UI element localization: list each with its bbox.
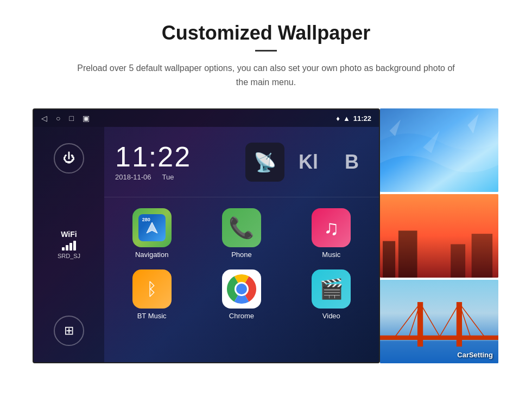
radio-icon: 📡	[245, 143, 284, 182]
video-icon: 🎬	[312, 269, 351, 309]
music-symbol: ♫	[324, 216, 339, 240]
wifi-bar-4	[73, 241, 76, 251]
svg-rect-9	[451, 245, 465, 278]
location-icon: ♦	[336, 114, 340, 123]
wifi-bars	[58, 241, 80, 251]
wifi-bar-2	[66, 245, 68, 251]
apps-icon: ⊞	[64, 324, 74, 338]
ki-icon: Kl	[299, 151, 318, 174]
b-icon: B	[345, 151, 359, 174]
wallpaper-blue-ice[interactable]	[380, 108, 498, 192]
back-icon[interactable]: ◁	[41, 114, 47, 123]
status-left: ◁ ○ □ ▣	[41, 114, 90, 123]
clock-date-value: 2018-11-06	[115, 173, 151, 181]
b-app-cell[interactable]: B	[330, 132, 373, 192]
video-label: Video	[322, 312, 340, 320]
screen-container: ◁ ○ □ ▣ ♦ ▲ 11:22 ⏻ WiFi	[33, 108, 499, 363]
clock-day-value: Tue	[162, 173, 174, 181]
music-app[interactable]: ♫ Music	[287, 203, 376, 264]
clock-section: 11:22 2018-11-06 Tue 📡 Kl	[104, 127, 379, 197]
phone-symbol: 📞	[229, 216, 254, 240]
main-content: 11:22 2018-11-06 Tue 📡 Kl	[104, 127, 379, 362]
nav-badge: 280	[141, 216, 152, 223]
chrome-svg	[227, 274, 256, 304]
bluetooth-symbol: ᛒ	[147, 279, 157, 299]
bt-music-icon: ᛒ	[132, 269, 172, 309]
page-title: Customized Wallpaper	[162, 22, 371, 44]
wallpaper-panel: CarSetting	[380, 108, 498, 363]
video-symbol: 🎬	[319, 278, 344, 300]
svg-rect-8	[398, 231, 417, 278]
nav-inner: 280	[138, 214, 166, 241]
ki-app-cell[interactable]: Kl	[287, 132, 330, 192]
sunset-svg	[380, 194, 498, 278]
apps-button[interactable]: ⊞	[54, 316, 84, 346]
left-sidebar: ⏻ WiFi SRD_SJ ⊞	[34, 127, 104, 362]
clock-widget: 11:22 2018-11-06 Tue	[104, 137, 238, 187]
navigation-label: Navigation	[135, 251, 168, 259]
wifi-ssid: SRD_SJ	[58, 253, 80, 259]
bt-music-label: BT Music	[137, 312, 167, 320]
clock-time: 11:22	[115, 143, 227, 171]
power-icon: ⏻	[63, 151, 75, 165]
chrome-icon	[222, 269, 261, 309]
recents-icon[interactable]: □	[69, 114, 73, 123]
phone-icon: 📞	[222, 208, 261, 247]
chrome-label: Chrome	[229, 312, 254, 320]
power-button[interactable]: ⏻	[54, 143, 84, 174]
wallpaper-sunset[interactable]	[380, 194, 498, 278]
clock-status: 11:22	[353, 114, 371, 123]
android-screen: ◁ ○ □ ▣ ♦ ▲ 11:22 ⏻ WiFi	[33, 108, 380, 363]
wallpaper-bridge[interactable]: CarSetting	[380, 280, 498, 363]
bt-music-app[interactable]: ᛒ BT Music	[107, 264, 197, 325]
home-icon[interactable]: ○	[56, 114, 60, 123]
wifi-widget: WiFi SRD_SJ	[58, 230, 80, 259]
status-right: ♦ ▲ 11:22	[336, 114, 371, 123]
phone-app[interactable]: 📞 Phone	[197, 203, 286, 264]
svg-point-2	[236, 284, 247, 294]
video-app[interactable]: 🎬 Video	[287, 264, 376, 325]
page-subtitle: Preload over 5 default wallpaper options…	[71, 61, 461, 89]
app-grid: 280 Navigation 📞 Phone	[104, 197, 379, 331]
signal-icon: ▲	[343, 114, 350, 123]
wifi-label: WiFi	[58, 230, 80, 239]
navigation-app[interactable]: 280 Navigation	[107, 203, 197, 264]
svg-rect-7	[383, 241, 395, 278]
radio-symbol: 📡	[254, 151, 276, 173]
title-divider	[255, 50, 277, 52]
phone-label: Phone	[231, 251, 252, 259]
blue-ice-svg	[380, 108, 498, 192]
music-label: Music	[322, 251, 340, 259]
svg-rect-10	[472, 234, 493, 278]
wifi-bar-3	[69, 243, 72, 251]
screenshot-icon[interactable]: ▣	[83, 114, 90, 123]
wifi-bar-1	[62, 247, 65, 251]
navigation-icon: 280	[132, 208, 172, 247]
carsetting-label: CarSetting	[457, 351, 493, 359]
clock-date: 2018-11-06 Tue	[115, 173, 227, 181]
music-icon: ♫	[312, 208, 351, 247]
status-bar: ◁ ○ □ ▣ ♦ ▲ 11:22	[34, 110, 379, 127]
radio-app-cell[interactable]: 📡	[243, 132, 287, 192]
chrome-app[interactable]: Chrome	[197, 264, 286, 325]
top-right-apps: 📡 Kl B	[238, 127, 379, 197]
